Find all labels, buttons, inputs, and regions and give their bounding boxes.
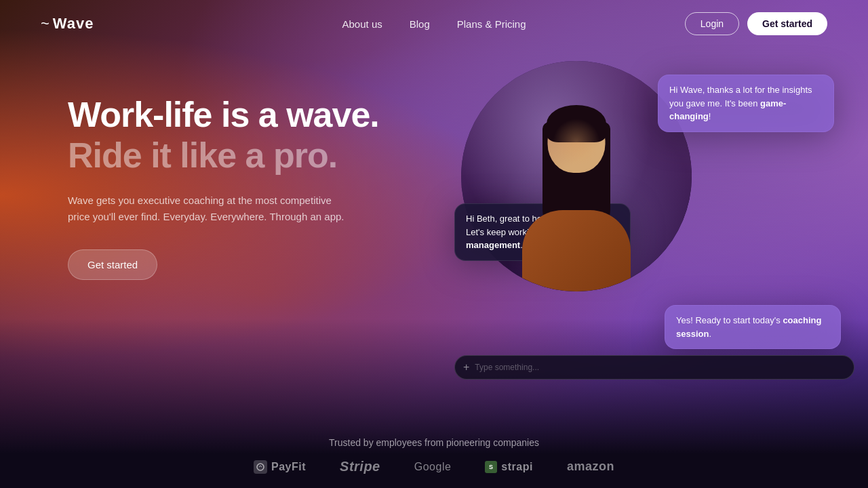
logo-strapi: S strapi — [485, 461, 533, 473]
logo-stripe: Stripe — [340, 459, 380, 474]
trusted-section: Trusted by employees from pioneering com… — [0, 424, 868, 488]
brand-logo[interactable]: ~ Wave — [41, 15, 94, 33]
logo-google: Google — [414, 461, 452, 473]
nav-plans[interactable]: Plans & Pricing — [457, 18, 526, 30]
logo-icon: ~ — [41, 15, 49, 33]
hero-section: Work-life is a wave. Ride it like a pro.… — [0, 47, 868, 407]
payfit-label: PayFit — [271, 461, 306, 473]
get-started-nav-button[interactable]: Get started — [747, 12, 827, 35]
person-body — [522, 210, 631, 291]
trusted-label: Trusted by employees from pioneering com… — [0, 437, 868, 448]
nav-about[interactable]: About us — [342, 18, 382, 30]
amazon-label: amazon — [567, 460, 614, 474]
hero-title-line1: Work-life is a wave. — [68, 95, 420, 136]
get-started-hero-button[interactable]: Get started — [68, 249, 157, 280]
login-button[interactable]: Login — [685, 12, 739, 35]
svg-point-0 — [257, 464, 264, 470]
bubble-sent-3: Yes! Ready to start today's coaching ses… — [665, 305, 841, 349]
bubble-3-text: Yes! Ready to start today's coaching ses… — [676, 315, 821, 339]
hero-title-line2: Ride it like a pro. — [68, 136, 420, 176]
nav-actions: Login Get started — [685, 12, 827, 35]
navbar: ~ Wave About us Blog Plans & Pricing Log… — [0, 0, 868, 47]
logo-payfit: PayFit — [254, 460, 306, 474]
hero-right: Hi Wave, thanks a lot for the insights y… — [420, 68, 814, 407]
hero-left: Work-life is a wave. Ride it like a pro.… — [68, 68, 420, 280]
nav-links: About us Blog Plans & Pricing — [342, 18, 526, 30]
input-placeholder: Type something... — [475, 363, 539, 372]
hero-description: Wave gets you executive coaching at the … — [68, 192, 353, 225]
phone-input-bar: + Type something... — [454, 355, 854, 380]
person-face-glow — [553, 119, 600, 166]
strapi-icon: S — [485, 461, 497, 473]
person-illustration — [502, 102, 651, 291]
strapi-label: strapi — [501, 461, 533, 473]
bubble-sent-1: Hi Wave, thanks a lot for the insights y… — [658, 75, 834, 132]
brand-name: Wave — [53, 15, 94, 33]
plus-icon: + — [463, 361, 469, 373]
chat-bubble-3: Yes! Ready to start today's coaching ses… — [665, 305, 841, 349]
bubble-1-text: Hi Wave, thanks a lot for the insights y… — [669, 85, 812, 121]
stripe-label: Stripe — [340, 459, 380, 474]
trusted-logos: PayFit Stripe Google S strapi amazon — [0, 459, 868, 474]
logo-amazon: amazon — [567, 460, 614, 474]
nav-blog[interactable]: Blog — [410, 18, 430, 30]
google-label: Google — [414, 461, 452, 473]
chat-bubble-1: Hi Wave, thanks a lot for the insights y… — [658, 75, 834, 132]
payfit-icon — [254, 460, 267, 474]
